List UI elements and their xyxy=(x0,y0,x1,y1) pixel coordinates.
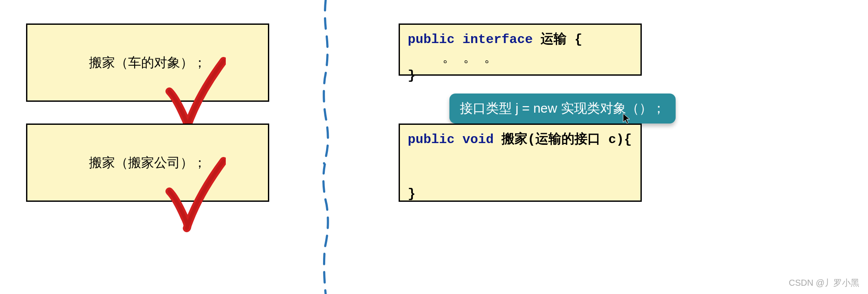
watermark-text: CSDN @丿罗小黑 xyxy=(789,277,859,289)
label-text: 接口类型 j = new 实现类对象（）； xyxy=(460,101,665,115)
method-close-brace: } xyxy=(408,185,633,203)
interface-instantiation-label: 接口类型 j = new 实现类对象（）； xyxy=(449,94,676,124)
left-call-box-1: 搬家（车的对象）； xyxy=(26,23,269,102)
interface-body-dots: 。。。 xyxy=(408,49,633,67)
left-call-text-1: 搬家（车的对象）； xyxy=(27,54,268,72)
method-decl-line: public void 搬家(运输的接口 c){ xyxy=(408,131,633,149)
interface-close-brace: } xyxy=(408,67,633,85)
keyword-void: void xyxy=(462,132,494,147)
keyword-public: public xyxy=(408,132,455,147)
method-signature: 搬家(运输的接口 c){ xyxy=(502,132,632,147)
keyword-interface: interface xyxy=(462,32,533,47)
left-call-text-2: 搬家（搬家公司）； xyxy=(27,154,268,172)
keyword-public: public xyxy=(408,32,455,47)
interface-name: 运输 { xyxy=(541,32,582,47)
method-body-empty xyxy=(408,149,633,185)
interface-code-box: public interface 运输 { 。。。 } xyxy=(399,23,642,76)
method-code-box: public void 搬家(运输的接口 c){ } xyxy=(399,124,642,202)
left-call-box-2: 搬家（搬家公司）； xyxy=(26,124,269,202)
divider-line xyxy=(317,0,334,294)
interface-decl-line: public interface 运输 { xyxy=(408,31,633,49)
